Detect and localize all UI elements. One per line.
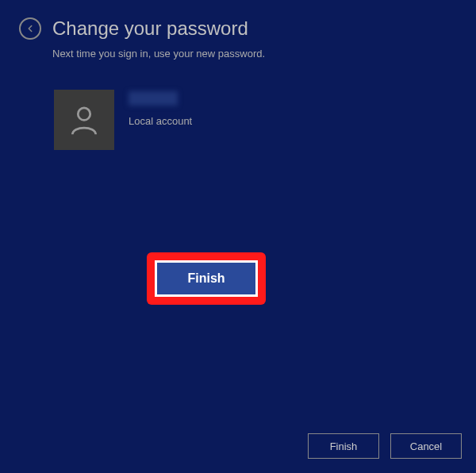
- account-type-label: Local account: [129, 115, 192, 127]
- username-redacted: [129, 91, 178, 106]
- svg-point-0: [78, 108, 90, 120]
- footer-buttons: Finish Cancel: [308, 433, 462, 459]
- account-section: Local account: [0, 60, 476, 150]
- finish-button-footer[interactable]: Finish: [308, 433, 379, 459]
- arrow-left-icon: [25, 23, 36, 34]
- page-subtitle: Next time you sign in, use your new pass…: [0, 40, 476, 60]
- page-title: Change your password: [52, 17, 248, 40]
- back-button[interactable]: [19, 17, 41, 40]
- cancel-button-footer[interactable]: Cancel: [390, 433, 462, 459]
- avatar: [54, 90, 114, 150]
- finish-button-main[interactable]: Finish: [155, 260, 258, 297]
- finish-highlight-box: Finish: [147, 252, 266, 305]
- page-header: Change your password: [0, 0, 476, 40]
- user-icon: [67, 102, 102, 137]
- account-info: Local account: [129, 90, 192, 127]
